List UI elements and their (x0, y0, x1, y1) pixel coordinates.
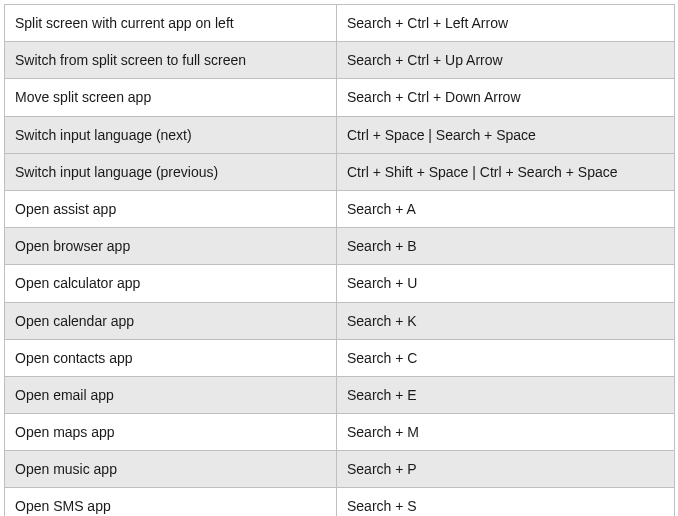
shortcut-cell: Search + P (337, 451, 675, 488)
action-cell: Open maps app (5, 414, 337, 451)
shortcut-cell: Ctrl + Space | Search + Space (337, 116, 675, 153)
action-cell: Split screen with current app on left (5, 5, 337, 42)
shortcut-cell: Search + Ctrl + Up Arrow (337, 42, 675, 79)
table-row: Open calendar app Search + K (5, 302, 675, 339)
action-cell: Switch input language (previous) (5, 153, 337, 190)
shortcuts-table: Split screen with current app on left Se… (4, 4, 675, 516)
table-row: Move split screen app Search + Ctrl + Do… (5, 79, 675, 116)
shortcut-cell: Search + Ctrl + Left Arrow (337, 5, 675, 42)
table-row: Switch input language (next) Ctrl + Spac… (5, 116, 675, 153)
table-row: Switch input language (previous) Ctrl + … (5, 153, 675, 190)
table-row: Open music app Search + P (5, 451, 675, 488)
action-cell: Open calculator app (5, 265, 337, 302)
shortcuts-table-body: Split screen with current app on left Se… (5, 5, 675, 517)
table-row: Open SMS app Search + S (5, 488, 675, 516)
action-cell: Open music app (5, 451, 337, 488)
shortcut-cell: Ctrl + Shift + Space | Ctrl + Search + S… (337, 153, 675, 190)
shortcut-cell: Search + A (337, 190, 675, 227)
table-row: Open assist app Search + A (5, 190, 675, 227)
table-row: Split screen with current app on left Se… (5, 5, 675, 42)
shortcut-cell: Search + B (337, 228, 675, 265)
shortcut-cell: Search + S (337, 488, 675, 516)
shortcut-cell: Search + C (337, 339, 675, 376)
table-row: Open email app Search + E (5, 376, 675, 413)
table-row: Switch from split screen to full screen … (5, 42, 675, 79)
table-row: Open maps app Search + M (5, 414, 675, 451)
shortcut-cell: Search + E (337, 376, 675, 413)
shortcut-cell: Search + K (337, 302, 675, 339)
action-cell: Open assist app (5, 190, 337, 227)
action-cell: Open browser app (5, 228, 337, 265)
table-row: Open calculator app Search + U (5, 265, 675, 302)
action-cell: Switch input language (next) (5, 116, 337, 153)
action-cell: Open calendar app (5, 302, 337, 339)
action-cell: Switch from split screen to full screen (5, 42, 337, 79)
table-row: Open browser app Search + B (5, 228, 675, 265)
action-cell: Open contacts app (5, 339, 337, 376)
action-cell: Open email app (5, 376, 337, 413)
shortcut-cell: Search + M (337, 414, 675, 451)
shortcut-cell: Search + U (337, 265, 675, 302)
table-row: Open contacts app Search + C (5, 339, 675, 376)
action-cell: Move split screen app (5, 79, 337, 116)
action-cell: Open SMS app (5, 488, 337, 516)
shortcut-cell: Search + Ctrl + Down Arrow (337, 79, 675, 116)
